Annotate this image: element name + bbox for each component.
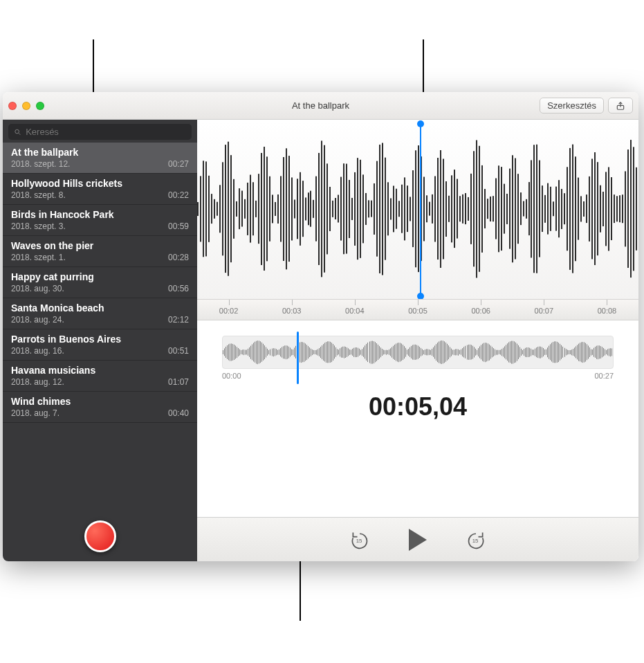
share-button[interactable] bbox=[608, 98, 633, 113]
svg-text:15: 15 bbox=[472, 538, 479, 544]
detail-pane: 00:0200:0300:0400:0500:0600:0700:08 00:0… bbox=[197, 120, 638, 561]
timecode: 00:05,04 bbox=[197, 392, 638, 421]
ruler-tick-label: 00:08 bbox=[598, 307, 617, 315]
record-button[interactable] bbox=[84, 520, 116, 552]
svg-point-1 bbox=[15, 129, 19, 134]
skip-back-icon: 15 bbox=[350, 530, 369, 550]
recording-name: Hollywood Hills crickets bbox=[11, 178, 189, 189]
recording-item[interactable]: Hollywood Hills crickets2018. szept. 8.0… bbox=[3, 174, 197, 205]
edit-button[interactable]: Szerkesztés bbox=[540, 98, 604, 113]
recording-date: 2018. aug. 12. bbox=[11, 377, 64, 387]
recording-date: 2018. aug. 7. bbox=[11, 408, 59, 418]
recording-duration: 00:59 bbox=[168, 221, 189, 231]
search-icon bbox=[14, 128, 21, 136]
overview-playhead[interactable] bbox=[297, 332, 299, 384]
recording-item[interactable]: Waves on the pier2018. szept. 1.00:28 bbox=[3, 236, 197, 267]
titlebar[interactable]: At the ballpark Szerkesztés bbox=[3, 92, 638, 120]
waveform-overview[interactable]: 00:00 00:27 bbox=[222, 336, 614, 380]
recording-item[interactable]: Havana musicians2018. aug. 12.01:07 bbox=[3, 361, 197, 392]
recordings-list: At the ballpark2018. szept. 12.00:27Holl… bbox=[3, 143, 197, 511]
time-ruler[interactable]: 00:0200:0300:0400:0500:0600:0700:08 bbox=[197, 299, 638, 320]
overview-start-label: 00:00 bbox=[222, 372, 241, 380]
recording-date: 2018. aug. 30. bbox=[11, 284, 64, 293]
ruler-tick-label: 00:06 bbox=[471, 307, 490, 315]
ruler-tick-label: 00:03 bbox=[282, 307, 302, 315]
recording-duration: 00:22 bbox=[168, 190, 189, 200]
recording-date: 2018. szept. 3. bbox=[11, 221, 66, 231]
play-icon bbox=[409, 529, 427, 551]
waveform-detail[interactable]: 00:0200:0300:0400:0500:0600:0700:08 bbox=[197, 120, 638, 320]
recording-date: 2018. szept. 1. bbox=[11, 253, 66, 262]
recording-duration: 00:40 bbox=[168, 408, 189, 418]
recording-date: 2018. szept. 12. bbox=[11, 159, 70, 169]
recording-item[interactable]: Santa Monica beach2018. aug. 24.02:12 bbox=[3, 298, 197, 329]
play-button[interactable] bbox=[406, 528, 430, 552]
search-field[interactable] bbox=[8, 124, 192, 140]
overview-end-label: 00:27 bbox=[594, 372, 614, 380]
recording-date: 2018. aug. 24. bbox=[11, 315, 64, 325]
recording-name: Santa Monica beach bbox=[11, 302, 189, 314]
recording-item[interactable]: Wind chimes2018. aug. 7.00:40 bbox=[3, 392, 197, 423]
recording-duration: 00:51 bbox=[168, 346, 189, 356]
recording-duration: 01:07 bbox=[168, 377, 189, 387]
recording-duration: 02:12 bbox=[168, 315, 189, 325]
playback-controls: 15 15 bbox=[197, 517, 638, 561]
recording-item[interactable]: Happy cat purring2018. aug. 30.00:56 bbox=[3, 267, 197, 298]
skip-back-15-button[interactable]: 15 bbox=[348, 528, 371, 552]
recording-name: At the ballpark bbox=[11, 147, 189, 158]
ruler-tick-label: 00:05 bbox=[408, 307, 427, 315]
recording-item[interactable]: At the ballpark2018. szept. 12.00:27 bbox=[3, 143, 197, 174]
minimize-button[interactable] bbox=[22, 102, 30, 110]
recording-date: 2018. aug. 16. bbox=[11, 346, 64, 356]
search-input[interactable] bbox=[26, 127, 186, 137]
zoom-button[interactable] bbox=[36, 102, 44, 110]
recording-name: Waves on the pier bbox=[11, 240, 189, 251]
recording-duration: 00:56 bbox=[168, 284, 189, 293]
recording-item[interactable]: Birds in Hancock Park2018. szept. 3.00:5… bbox=[3, 205, 197, 236]
share-icon bbox=[616, 101, 625, 111]
skip-forward-15-button[interactable]: 15 bbox=[464, 528, 488, 552]
svg-text:15: 15 bbox=[356, 538, 362, 544]
recording-name: Happy cat purring bbox=[11, 271, 189, 282]
recording-item[interactable]: Parrots in Buenos Aires2018. aug. 16.00:… bbox=[3, 329, 197, 361]
close-button[interactable] bbox=[8, 102, 17, 110]
record-bar bbox=[3, 511, 197, 561]
recording-duration: 00:27 bbox=[168, 159, 189, 169]
recording-duration: 00:28 bbox=[168, 253, 189, 262]
recording-name: Havana musicians bbox=[11, 365, 189, 376]
window-controls bbox=[8, 102, 44, 110]
recording-name: Wind chimes bbox=[11, 396, 189, 407]
recording-name: Birds in Hancock Park bbox=[11, 209, 189, 220]
skip-forward-icon: 15 bbox=[466, 530, 486, 550]
ruler-tick-label: 00:07 bbox=[535, 307, 554, 315]
ruler-tick-label: 00:04 bbox=[345, 307, 365, 315]
playhead[interactable] bbox=[420, 124, 421, 296]
sidebar: At the ballpark2018. szept. 12.00:27Holl… bbox=[3, 120, 197, 561]
recording-name: Parrots in Buenos Aires bbox=[11, 334, 189, 345]
recording-date: 2018. szept. 8. bbox=[11, 190, 66, 200]
voice-memos-window: At the ballpark Szerkesztés At the ballp… bbox=[3, 92, 638, 561]
ruler-tick-label: 00:02 bbox=[219, 307, 239, 315]
edit-button-label: Szerkesztés bbox=[547, 100, 596, 111]
